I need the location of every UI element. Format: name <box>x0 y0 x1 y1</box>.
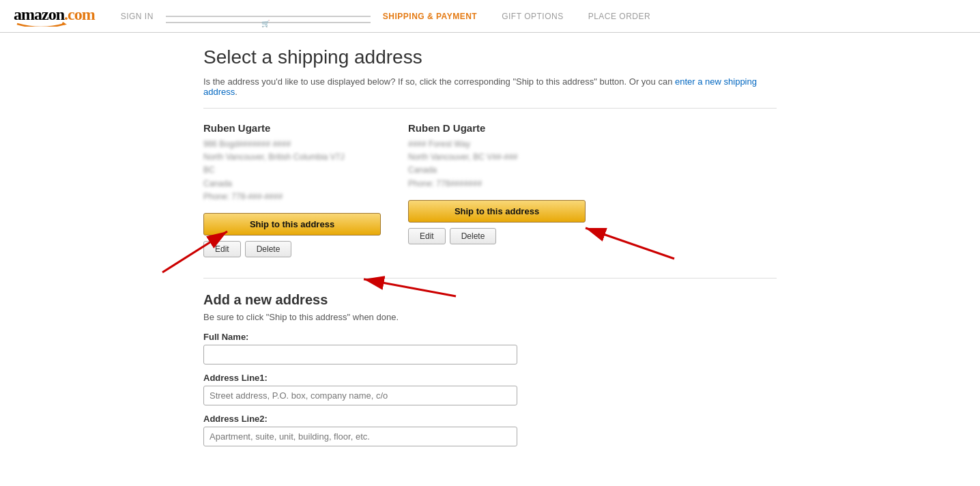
address-line1-group: Address Line1: <box>203 373 517 405</box>
address-2-phone: Phone: 778####### <box>408 177 586 190</box>
address-card-1: Ruben Ugarte 986 Bogd####### #### North … <box>203 122 381 257</box>
page-title: Select a shipping address <box>203 46 777 68</box>
addresses-wrapper: Ruben Ugarte 986 Bogd####### #### North … <box>203 122 777 257</box>
address-2-line2: North Vancouver, BC V##-### <box>408 151 586 164</box>
edit-address-2-button[interactable]: Edit <box>408 228 446 244</box>
svg-text:🛒: 🛒 <box>261 19 270 28</box>
full-name-label: Full Name: <box>203 332 517 342</box>
step-sign-in[interactable]: SIGN IN <box>115 12 159 21</box>
address-line1-label: Address Line1: <box>203 373 517 383</box>
svg-marker-0 <box>61 22 67 25</box>
add-address-subtitle: Be sure to click "Ship to this address" … <box>203 312 517 322</box>
ship-address-2-button[interactable]: Ship to this address <box>408 200 586 223</box>
step-place-order[interactable]: PLACE ORDER <box>583 12 657 21</box>
address-card-2: Ruben D Ugarte #### Forest Way North Van… <box>408 122 586 257</box>
address-2-line1: #### Forest Way <box>408 138 586 151</box>
add-address-title: Add a new address <box>203 292 517 308</box>
progress-bar: 🛒 <box>166 16 371 17</box>
section-divider-top <box>203 108 777 109</box>
address-1-line4: Canada <box>203 177 381 190</box>
address-cards-container: Ruben Ugarte 986 Bogd####### #### North … <box>203 122 777 257</box>
main-content: Select a shipping address Is the address… <box>183 33 797 468</box>
address-1-phone: Phone: 778-###-#### <box>203 190 381 203</box>
address-1-name: Ruben Ugarte <box>203 122 381 134</box>
address-2-details: #### Forest Way North Vancouver, BC V##-… <box>408 138 586 190</box>
address-line2-input[interactable] <box>203 427 517 446</box>
address-2-name: Ruben D Ugarte <box>408 122 586 134</box>
logo-smile-icon <box>14 21 68 27</box>
address-line2-label: Address Line2: <box>203 414 517 424</box>
address-2-actions: Edit Delete <box>408 228 586 244</box>
section-divider-middle <box>203 278 777 278</box>
add-address-section: Add a new address Be sure to click "Ship… <box>203 292 517 446</box>
delete-address-1-button[interactable]: Delete <box>245 241 292 257</box>
step-gift[interactable]: GIFT OPTIONS <box>496 12 568 21</box>
address-2-line3: Canada <box>408 164 586 177</box>
checkout-progress: SIGN IN 🛒 SHIPPING & PAYMENT GIFT OPTION… <box>115 12 966 21</box>
address-1-actions: Edit Delete <box>203 241 381 257</box>
step-shipping[interactable]: SHIPPING & PAYMENT <box>377 12 482 21</box>
page-subtitle: Is the address you'd like to use display… <box>203 76 777 97</box>
address-line1-input[interactable] <box>203 386 517 405</box>
full-name-input[interactable] <box>203 345 517 364</box>
delete-address-2-button[interactable]: Delete <box>450 228 497 244</box>
address-line2-group: Address Line2: <box>203 414 517 446</box>
address-1-line3: BC <box>203 164 381 177</box>
address-1-line1: 986 Bogd####### #### <box>203 138 381 151</box>
page-header: amazon.com SIGN IN 🛒 SHIPPING & PAYMENT … <box>0 0 980 33</box>
address-1-details: 986 Bogd####### #### North Vancouver, Br… <box>203 138 381 203</box>
amazon-logo[interactable]: amazon.com <box>14 5 95 27</box>
full-name-group: Full Name: <box>203 332 517 364</box>
address-1-line2: North Vancouver, British Columbia V7J <box>203 151 381 164</box>
edit-address-1-button[interactable]: Edit <box>203 241 241 257</box>
ship-address-1-button[interactable]: Ship to this address <box>203 213 381 235</box>
